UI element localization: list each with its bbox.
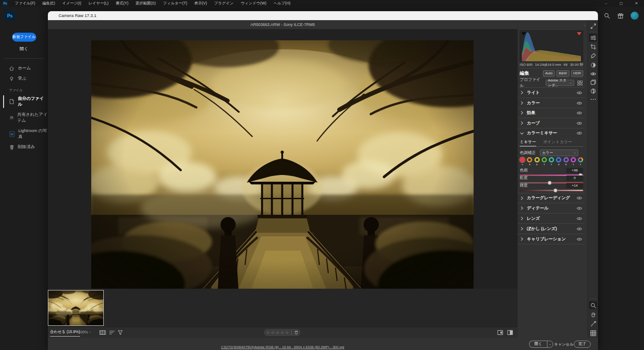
menu-help[interactable]: ヘルプ(H) — [270, 0, 294, 7]
tab-mixer[interactable]: ミキサー — [520, 139, 536, 146]
section-effects[interactable]: 効果 — [518, 108, 585, 118]
sidebar-item-learn[interactable]: 学ぶ — [0, 73, 48, 84]
channel-green[interactable] — [542, 157, 547, 165]
whats-new-gift-icon[interactable] — [617, 13, 624, 19]
open-button-chevron[interactable]: ⌄ — [547, 341, 553, 348]
grid-overlay-icon[interactable] — [589, 329, 597, 337]
profile-browser-icon[interactable] — [577, 80, 583, 86]
close-button[interactable]: ✕ — [629, 0, 644, 7]
section-curve[interactable]: カーブ — [518, 118, 585, 128]
done-button[interactable]: 完了 — [574, 341, 591, 348]
user-avatar[interactable] — [631, 12, 639, 20]
eye-icon[interactable] — [576, 111, 582, 115]
cancel-button[interactable]: キャンセル — [554, 342, 574, 347]
shadow-clipping-indicator[interactable] — [521, 32, 526, 35]
chevron-down-icon[interactable]: ⌄ — [89, 330, 92, 333]
eye-icon[interactable] — [576, 101, 582, 105]
menu-filter[interactable]: フィルター(T) — [159, 0, 191, 7]
section-color[interactable]: カラー — [518, 98, 585, 108]
channel-magenta[interactable] — [571, 157, 576, 165]
sidebar-item-shared[interactable]: 共有されたアイテム — [0, 110, 48, 126]
menu-plugins[interactable]: プラグイン — [211, 0, 237, 7]
new-file-button[interactable]: 新規ファイル — [12, 33, 36, 42]
reject-trash-icon[interactable] — [294, 330, 298, 335]
hdr-button[interactable]: HDR — [571, 70, 583, 77]
masking-tool-icon[interactable] — [589, 61, 597, 69]
minimize-button[interactable]: – — [598, 0, 614, 7]
before-after-view-icon[interactable] — [507, 330, 513, 335]
fit-zoom-tab[interactable]: 合わせる (15.9%) — [50, 329, 80, 337]
presets-tool-icon[interactable] — [589, 78, 597, 86]
hue-value[interactable]: +98 — [566, 168, 583, 173]
eye-icon[interactable] — [576, 196, 582, 200]
star-4[interactable]: ☆ — [280, 329, 284, 336]
star-3[interactable]: ☆ — [275, 329, 279, 336]
channel-yellow[interactable] — [534, 157, 540, 165]
filmstrip-toggle-icon[interactable] — [99, 330, 106, 335]
sidebar-item-deleted[interactable]: 削除済み — [0, 142, 48, 152]
crop-tool-icon[interactable] — [589, 43, 597, 51]
maximize-button[interactable]: ▢ — [614, 0, 629, 7]
menu-select[interactable]: 選択範囲(S) — [132, 0, 159, 7]
bw-button[interactable]: B&W — [556, 70, 569, 77]
open-file-button[interactable]: 開く — [15, 46, 33, 52]
luminance-slider-track[interactable] — [520, 190, 583, 191]
channel-red[interactable] — [520, 157, 525, 165]
section-lens-blur[interactable]: ぼかし (レンズ) — [518, 224, 585, 234]
channel-all-rainbow[interactable] — [578, 157, 583, 165]
luminance-value[interactable]: +14 — [566, 183, 583, 188]
section-lens[interactable]: レンズ — [518, 213, 585, 224]
zoom-tool-icon[interactable] — [589, 301, 597, 309]
menu-view[interactable]: 表示(V) — [191, 0, 210, 7]
channel-aqua[interactable] — [549, 157, 554, 165]
eye-icon[interactable] — [576, 131, 582, 135]
histogram[interactable] — [520, 30, 583, 62]
section-light[interactable]: ライト — [518, 88, 585, 98]
snapshots-tool-icon[interactable] — [589, 87, 597, 95]
heal-tool-icon[interactable] — [589, 51, 597, 60]
eye-icon[interactable] — [576, 206, 582, 210]
star-1[interactable]: ☆ — [266, 329, 270, 336]
filmstrip-thumbnail-selected[interactable] — [48, 290, 104, 326]
workflow-options-link[interactable]: CS270(3006407503)Adobe RGB (8) - 16 bit … — [221, 345, 344, 349]
section-color-mixer[interactable]: カラーミキサー — [518, 128, 585, 138]
eye-icon[interactable] — [576, 91, 582, 95]
star-2[interactable]: ☆ — [271, 329, 275, 336]
section-color-grading[interactable]: カラーグレーディング — [518, 193, 585, 203]
sort-order-icon[interactable] — [109, 330, 115, 335]
fullscreen-toggle-icon[interactable] — [589, 22, 597, 30]
sidebar-item-home[interactable]: ホーム — [0, 63, 48, 73]
section-calibration[interactable]: キャリブレーション — [518, 234, 585, 244]
star-5[interactable]: ☆ — [285, 329, 289, 336]
white-balance-eyedropper-icon[interactable] — [589, 320, 597, 328]
saturation-value[interactable]: 0 — [566, 175, 583, 181]
menu-image[interactable]: イメージ(I) — [59, 0, 85, 7]
eye-icon[interactable] — [576, 217, 582, 221]
sidebar-item-my-files[interactable]: 自分のファイル — [0, 94, 48, 110]
adjust-dropdown[interactable]: カラー ⌄ — [540, 149, 578, 156]
highlight-clipping-indicator[interactable] — [577, 32, 581, 35]
channel-purple[interactable] — [564, 157, 569, 165]
hand-tool-icon[interactable] — [589, 310, 597, 318]
eye-icon[interactable] — [576, 227, 582, 231]
zoom-100-tab[interactable]: 100% — [78, 330, 88, 334]
menu-layer[interactable]: レイヤー(L) — [85, 0, 112, 7]
profile-dropdown[interactable]: Adobe スタンダ... ⌄ — [546, 80, 574, 86]
preview-image[interactable] — [91, 40, 474, 296]
single-view-icon[interactable] — [497, 330, 503, 335]
menu-type[interactable]: 書式(Y) — [112, 0, 132, 7]
sidebar-item-lightroom-photos[interactable]: Lr Lightroom の写真 — [0, 126, 48, 142]
menu-file[interactable]: ファイル(F) — [11, 0, 39, 7]
channel-blue[interactable] — [556, 157, 561, 165]
more-tools-icon[interactable] — [589, 95, 597, 103]
red-eye-tool-icon[interactable] — [589, 70, 597, 78]
open-button[interactable]: 開く — [529, 341, 547, 348]
menu-edit[interactable]: 編集(E) — [39, 0, 59, 7]
menu-window[interactable]: ウィンドウ(W) — [237, 0, 270, 7]
auto-button[interactable]: Auto — [543, 70, 555, 77]
search-icon[interactable] — [604, 13, 610, 19]
eye-icon[interactable] — [576, 237, 582, 241]
channel-orange[interactable] — [527, 157, 532, 165]
tab-point-color[interactable]: ポイントカラー — [543, 139, 572, 146]
edit-tool-icon[interactable] — [589, 34, 597, 42]
